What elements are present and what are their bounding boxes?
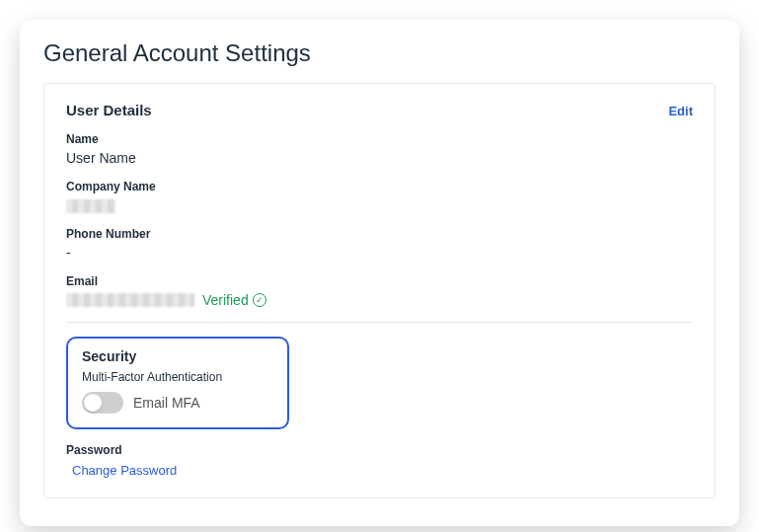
security-title: Security <box>82 348 273 364</box>
user-details-card: User Details Edit Name User Name Company… <box>43 83 716 498</box>
verified-badge: Verified ✓ <box>202 292 266 308</box>
password-section: Password Change Password <box>66 443 693 478</box>
user-details-title: User Details <box>66 102 152 118</box>
email-field: Email Verified ✓ <box>66 274 693 308</box>
mfa-label: Multi-Factor Authentication <box>82 370 273 384</box>
company-label: Company Name <box>66 180 693 193</box>
email-label: Email <box>66 274 693 288</box>
phone-field: Phone Number - <box>66 227 693 261</box>
settings-page: General Account Settings User Details Ed… <box>20 20 739 526</box>
phone-label: Phone Number <box>66 227 693 241</box>
divider <box>66 322 693 323</box>
mfa-type-label: Email MFA <box>133 395 200 411</box>
change-password-link[interactable]: Change Password <box>66 463 693 478</box>
redacted-company <box>66 199 115 213</box>
verified-label: Verified <box>202 292 249 308</box>
email-value-row: Verified ✓ <box>66 292 693 308</box>
security-section: Security Multi-Factor Authentication Ema… <box>66 337 289 429</box>
redacted-email <box>66 293 194 307</box>
edit-button[interactable]: Edit <box>668 104 693 118</box>
name-value: User Name <box>66 150 693 166</box>
page-title: General Account Settings <box>43 39 716 67</box>
name-label: Name <box>66 132 693 146</box>
mfa-toggle[interactable] <box>82 392 123 414</box>
mfa-row: Email MFA <box>82 392 273 414</box>
card-header: User Details Edit <box>66 102 693 118</box>
password-label: Password <box>66 443 693 457</box>
company-value <box>66 197 693 213</box>
company-field: Company Name <box>66 180 693 213</box>
check-circle-icon: ✓ <box>253 293 266 307</box>
phone-value: - <box>66 245 693 261</box>
name-field: Name User Name <box>66 132 693 166</box>
toggle-knob <box>84 394 102 412</box>
